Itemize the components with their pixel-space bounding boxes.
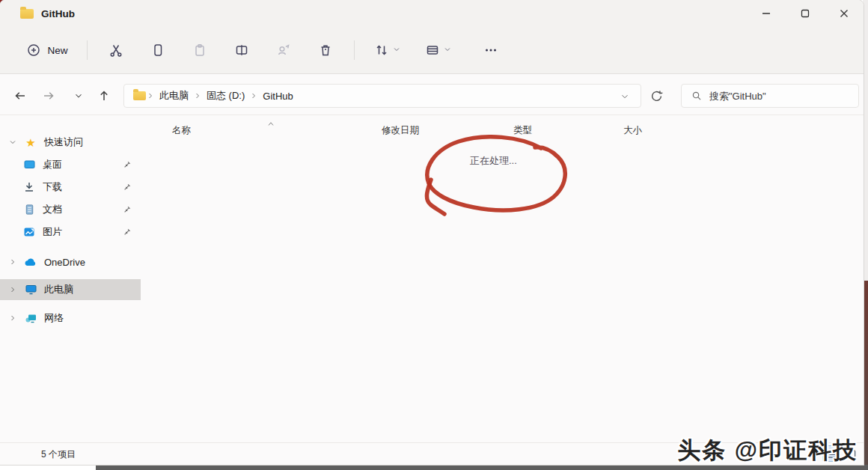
sidebar-item-quick-access[interactable]: ★ 快速访问 (0, 132, 141, 153)
sidebar-item-onedrive[interactable]: OneDrive (0, 251, 141, 272)
chevron-right-icon (193, 91, 202, 100)
minimize-icon (759, 6, 774, 21)
column-header-date-modified[interactable]: 修改日期 (382, 124, 419, 137)
refresh-icon (650, 89, 664, 103)
sidebar-item-this-pc[interactable]: 此电脑 (0, 279, 141, 300)
address-bar[interactable]: 此电脑 固态 (D:) GitHub (123, 84, 641, 108)
recent-locations-button[interactable] (67, 85, 90, 107)
sidebar-item-desktop[interactable]: 桌面 (0, 154, 141, 175)
search-input[interactable] (709, 91, 844, 102)
sidebar-item-documents[interactable]: 文档 (0, 199, 141, 220)
close-button[interactable] (825, 0, 864, 27)
processing-status-text: 正在处理... (470, 154, 517, 168)
cut-button[interactable] (100, 35, 132, 65)
rename-icon (234, 43, 249, 58)
address-dropdown-button[interactable] (617, 91, 633, 104)
sidebar-item-label: OneDrive (44, 257, 85, 268)
pin-icon (122, 159, 132, 173)
paste-button[interactable] (183, 35, 216, 65)
folder-icon (20, 9, 34, 19)
more-options-button[interactable] (474, 35, 507, 65)
computer-icon (24, 284, 37, 296)
chevron-collapsed-icon[interactable] (7, 314, 18, 323)
chevron-down-icon (73, 91, 84, 101)
chevron-expanded-icon[interactable] (7, 138, 18, 147)
more-icon (483, 43, 498, 58)
breadcrumb-github[interactable]: GitHub (258, 88, 297, 105)
download-icon (22, 181, 36, 193)
pictures-icon (22, 226, 36, 238)
up-button[interactable] (93, 85, 115, 107)
sidebar-item-label: 网络 (44, 311, 64, 325)
toolbar-divider (354, 40, 355, 60)
maximize-icon (798, 6, 813, 21)
column-header-name[interactable]: 名称 (172, 124, 191, 137)
delete-icon (318, 43, 333, 58)
command-toolbar: New (0, 27, 864, 74)
column-header-size[interactable]: 大小 (623, 124, 642, 137)
new-button[interactable]: New (15, 35, 79, 65)
forward-button[interactable] (37, 85, 60, 107)
window-controls (747, 0, 864, 27)
forward-arrow-icon (41, 88, 56, 103)
share-icon (276, 43, 291, 58)
copy-icon (150, 43, 165, 58)
column-header-type[interactable]: 类型 (513, 124, 532, 137)
pin-icon (122, 182, 132, 195)
maximize-button[interactable] (786, 0, 825, 27)
chevron-down-icon (620, 91, 630, 102)
sidebar-item-label: 此电脑 (44, 283, 73, 296)
search-icon (691, 90, 703, 102)
chevron-down-icon (392, 45, 401, 56)
search-box[interactable] (681, 84, 859, 108)
chevron-right-icon (146, 91, 155, 100)
background-right-edge-dark (863, 281, 868, 470)
cloud-icon (24, 257, 37, 267)
delete-button[interactable] (309, 35, 342, 65)
sidebar-item-network[interactable]: 网络 (0, 308, 141, 329)
sidebar-item-pictures[interactable]: 图片 (0, 222, 141, 242)
item-count: 5 个项目 (41, 448, 76, 461)
sidebar-item-label: 图片 (43, 225, 62, 239)
view-button[interactable] (419, 35, 458, 65)
chevron-right-icon (249, 91, 258, 100)
background-right-edge (863, 0, 868, 281)
close-icon (837, 6, 852, 21)
up-arrow-icon (97, 88, 111, 103)
circled-plus-icon (26, 43, 41, 58)
sort-button[interactable] (368, 35, 407, 65)
back-button[interactable] (9, 85, 31, 107)
title-bar: GitHub (0, 0, 864, 27)
screenshot-background: GitHub New (0, 0, 868, 470)
sidebar-item-downloads[interactable]: 下载 (0, 177, 141, 198)
breadcrumb-this-pc[interactable]: 此电脑 (155, 86, 193, 106)
copy-button[interactable] (141, 35, 174, 65)
hand-drawn-circle-annotation (421, 135, 571, 220)
breadcrumb-drive-d[interactable]: 固态 (D:) (202, 86, 249, 106)
sidebar-item-label: 下载 (43, 180, 62, 194)
sort-icon (374, 43, 389, 58)
paste-icon (192, 43, 207, 58)
refresh-button[interactable] (645, 85, 667, 107)
window-title: GitHub (41, 8, 75, 19)
file-list-area: 名称 修改日期 类型 大小 正在处理... (141, 115, 864, 442)
document-icon (22, 204, 36, 216)
watermark-text: 头条 @印证科技 (677, 435, 858, 465)
desktop-icon (22, 159, 36, 171)
sidebar-item-label: 快速访问 (44, 135, 83, 149)
cut-icon (109, 43, 123, 58)
rename-button[interactable] (225, 35, 258, 65)
chevron-collapsed-icon[interactable] (7, 257, 18, 266)
pin-icon (122, 204, 132, 218)
sidebar-item-label: 文档 (43, 203, 62, 216)
chevron-down-icon (443, 45, 452, 56)
sort-ascending-caret-icon (266, 117, 275, 130)
chevron-collapsed-icon[interactable] (7, 285, 18, 294)
minimize-button[interactable] (747, 0, 786, 27)
main-content: ★ 快速访问 桌面 下载 (0, 115, 864, 442)
share-button[interactable] (267, 35, 300, 65)
back-arrow-icon (13, 88, 28, 103)
new-button-label: New (47, 45, 67, 56)
star-icon: ★ (24, 137, 37, 148)
sidebar-item-label: 桌面 (43, 158, 62, 171)
